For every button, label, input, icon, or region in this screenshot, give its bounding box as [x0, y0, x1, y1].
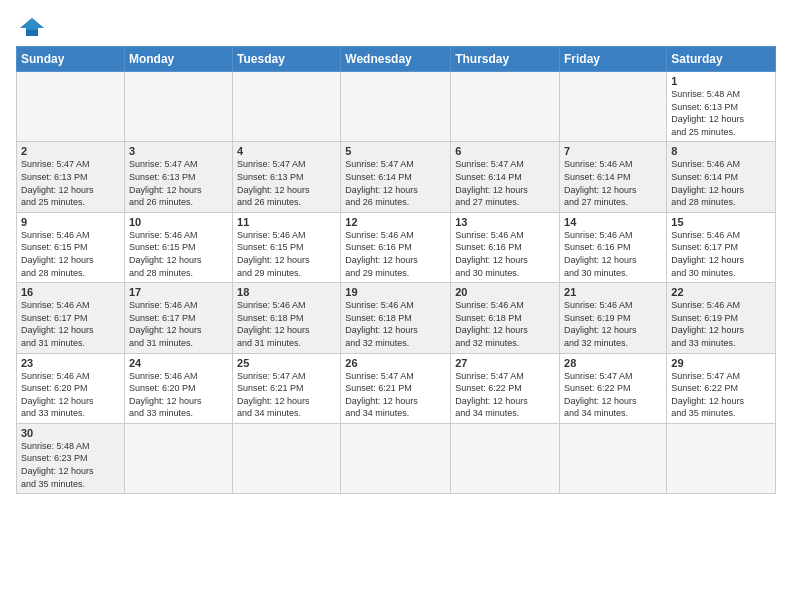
calendar-day-cell: 9Sunrise: 5:46 AM Sunset: 6:15 PM Daylig…: [17, 212, 125, 282]
day-info: Sunrise: 5:46 AM Sunset: 6:15 PM Dayligh…: [237, 229, 336, 279]
calendar-day-cell: 17Sunrise: 5:46 AM Sunset: 6:17 PM Dayli…: [124, 283, 232, 353]
day-info: Sunrise: 5:47 AM Sunset: 6:13 PM Dayligh…: [237, 158, 336, 208]
calendar-day-cell: [560, 423, 667, 493]
calendar-day-cell: [451, 72, 560, 142]
day-number: 28: [564, 357, 662, 369]
day-number: 1: [671, 75, 771, 87]
logo-icon: [18, 16, 46, 38]
day-info: Sunrise: 5:46 AM Sunset: 6:20 PM Dayligh…: [129, 370, 228, 420]
day-number: 23: [21, 357, 120, 369]
day-number: 6: [455, 145, 555, 157]
day-number: 8: [671, 145, 771, 157]
day-info: Sunrise: 5:47 AM Sunset: 6:21 PM Dayligh…: [237, 370, 336, 420]
calendar-day-cell: 13Sunrise: 5:46 AM Sunset: 6:16 PM Dayli…: [451, 212, 560, 282]
calendar-day-cell: 29Sunrise: 5:47 AM Sunset: 6:22 PM Dayli…: [667, 353, 776, 423]
page-header: [16, 16, 776, 38]
day-info: Sunrise: 5:46 AM Sunset: 6:18 PM Dayligh…: [237, 299, 336, 349]
day-number: 4: [237, 145, 336, 157]
day-info: Sunrise: 5:47 AM Sunset: 6:13 PM Dayligh…: [21, 158, 120, 208]
day-info: Sunrise: 5:46 AM Sunset: 6:19 PM Dayligh…: [671, 299, 771, 349]
day-info: Sunrise: 5:46 AM Sunset: 6:18 PM Dayligh…: [455, 299, 555, 349]
calendar-day-cell: [560, 72, 667, 142]
calendar-day-cell: [341, 423, 451, 493]
calendar-day-cell: [233, 423, 341, 493]
day-info: Sunrise: 5:46 AM Sunset: 6:14 PM Dayligh…: [564, 158, 662, 208]
calendar-week-row: 1Sunrise: 5:48 AM Sunset: 6:13 PM Daylig…: [17, 72, 776, 142]
calendar-day-cell: 27Sunrise: 5:47 AM Sunset: 6:22 PM Dayli…: [451, 353, 560, 423]
day-number: 22: [671, 286, 771, 298]
calendar-week-row: 2Sunrise: 5:47 AM Sunset: 6:13 PM Daylig…: [17, 142, 776, 212]
calendar-day-cell: 10Sunrise: 5:46 AM Sunset: 6:15 PM Dayli…: [124, 212, 232, 282]
calendar-day-cell: 30Sunrise: 5:48 AM Sunset: 6:23 PM Dayli…: [17, 423, 125, 493]
day-number: 5: [345, 145, 446, 157]
day-number: 17: [129, 286, 228, 298]
day-info: Sunrise: 5:47 AM Sunset: 6:14 PM Dayligh…: [455, 158, 555, 208]
calendar-day-cell: 5Sunrise: 5:47 AM Sunset: 6:14 PM Daylig…: [341, 142, 451, 212]
day-info: Sunrise: 5:47 AM Sunset: 6:22 PM Dayligh…: [564, 370, 662, 420]
weekday-header-row: SundayMondayTuesdayWednesdayThursdayFrid…: [17, 47, 776, 72]
day-number: 9: [21, 216, 120, 228]
calendar-day-cell: 11Sunrise: 5:46 AM Sunset: 6:15 PM Dayli…: [233, 212, 341, 282]
day-number: 3: [129, 145, 228, 157]
weekday-header-sunday: Sunday: [17, 47, 125, 72]
day-info: Sunrise: 5:47 AM Sunset: 6:13 PM Dayligh…: [129, 158, 228, 208]
day-number: 14: [564, 216, 662, 228]
calendar-day-cell: 14Sunrise: 5:46 AM Sunset: 6:16 PM Dayli…: [560, 212, 667, 282]
weekday-header-monday: Monday: [124, 47, 232, 72]
weekday-header-saturday: Saturday: [667, 47, 776, 72]
calendar-day-cell: 12Sunrise: 5:46 AM Sunset: 6:16 PM Dayli…: [341, 212, 451, 282]
day-number: 11: [237, 216, 336, 228]
calendar-day-cell: 28Sunrise: 5:47 AM Sunset: 6:22 PM Dayli…: [560, 353, 667, 423]
day-info: Sunrise: 5:48 AM Sunset: 6:13 PM Dayligh…: [671, 88, 771, 138]
day-number: 27: [455, 357, 555, 369]
calendar-day-cell: [17, 72, 125, 142]
day-number: 2: [21, 145, 120, 157]
calendar-day-cell: 15Sunrise: 5:46 AM Sunset: 6:17 PM Dayli…: [667, 212, 776, 282]
day-info: Sunrise: 5:46 AM Sunset: 6:17 PM Dayligh…: [671, 229, 771, 279]
calendar-day-cell: 7Sunrise: 5:46 AM Sunset: 6:14 PM Daylig…: [560, 142, 667, 212]
calendar-day-cell: 26Sunrise: 5:47 AM Sunset: 6:21 PM Dayli…: [341, 353, 451, 423]
day-info: Sunrise: 5:46 AM Sunset: 6:18 PM Dayligh…: [345, 299, 446, 349]
day-info: Sunrise: 5:46 AM Sunset: 6:14 PM Dayligh…: [671, 158, 771, 208]
weekday-header-friday: Friday: [560, 47, 667, 72]
day-number: 7: [564, 145, 662, 157]
day-number: 24: [129, 357, 228, 369]
weekday-header-thursday: Thursday: [451, 47, 560, 72]
day-number: 13: [455, 216, 555, 228]
calendar-day-cell: 16Sunrise: 5:46 AM Sunset: 6:17 PM Dayli…: [17, 283, 125, 353]
calendar-day-cell: [233, 72, 341, 142]
weekday-header-wednesday: Wednesday: [341, 47, 451, 72]
logo: [16, 16, 46, 38]
calendar-day-cell: 23Sunrise: 5:46 AM Sunset: 6:20 PM Dayli…: [17, 353, 125, 423]
day-info: Sunrise: 5:47 AM Sunset: 6:21 PM Dayligh…: [345, 370, 446, 420]
day-info: Sunrise: 5:46 AM Sunset: 6:17 PM Dayligh…: [21, 299, 120, 349]
day-info: Sunrise: 5:47 AM Sunset: 6:22 PM Dayligh…: [671, 370, 771, 420]
calendar-day-cell: 8Sunrise: 5:46 AM Sunset: 6:14 PM Daylig…: [667, 142, 776, 212]
day-info: Sunrise: 5:47 AM Sunset: 6:14 PM Dayligh…: [345, 158, 446, 208]
calendar-table: SundayMondayTuesdayWednesdayThursdayFrid…: [16, 46, 776, 494]
day-number: 16: [21, 286, 120, 298]
calendar-week-row: 23Sunrise: 5:46 AM Sunset: 6:20 PM Dayli…: [17, 353, 776, 423]
day-info: Sunrise: 5:46 AM Sunset: 6:16 PM Dayligh…: [564, 229, 662, 279]
day-number: 25: [237, 357, 336, 369]
day-info: Sunrise: 5:46 AM Sunset: 6:20 PM Dayligh…: [21, 370, 120, 420]
day-number: 19: [345, 286, 446, 298]
calendar-day-cell: 4Sunrise: 5:47 AM Sunset: 6:13 PM Daylig…: [233, 142, 341, 212]
calendar-day-cell: [667, 423, 776, 493]
day-info: Sunrise: 5:47 AM Sunset: 6:22 PM Dayligh…: [455, 370, 555, 420]
svg-marker-1: [20, 18, 44, 30]
day-number: 12: [345, 216, 446, 228]
day-number: 26: [345, 357, 446, 369]
day-number: 21: [564, 286, 662, 298]
calendar-day-cell: 20Sunrise: 5:46 AM Sunset: 6:18 PM Dayli…: [451, 283, 560, 353]
calendar-day-cell: 6Sunrise: 5:47 AM Sunset: 6:14 PM Daylig…: [451, 142, 560, 212]
day-info: Sunrise: 5:46 AM Sunset: 6:19 PM Dayligh…: [564, 299, 662, 349]
day-info: Sunrise: 5:46 AM Sunset: 6:16 PM Dayligh…: [345, 229, 446, 279]
day-number: 30: [21, 427, 120, 439]
calendar-day-cell: 22Sunrise: 5:46 AM Sunset: 6:19 PM Dayli…: [667, 283, 776, 353]
day-info: Sunrise: 5:46 AM Sunset: 6:16 PM Dayligh…: [455, 229, 555, 279]
calendar-day-cell: [124, 72, 232, 142]
calendar-week-row: 30Sunrise: 5:48 AM Sunset: 6:23 PM Dayli…: [17, 423, 776, 493]
calendar-day-cell: [341, 72, 451, 142]
calendar-day-cell: 19Sunrise: 5:46 AM Sunset: 6:18 PM Dayli…: [341, 283, 451, 353]
